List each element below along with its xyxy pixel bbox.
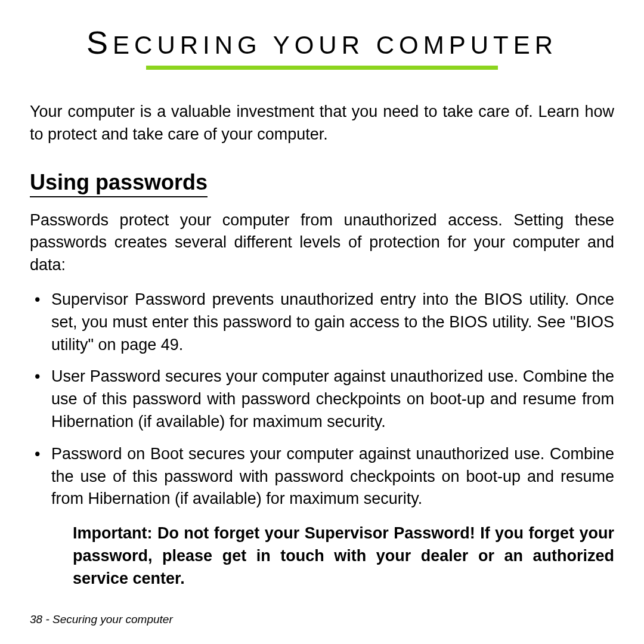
title-underline [146, 66, 498, 70]
page-title-wrap: SECURING YOUR COMPUTER [30, 24, 614, 70]
title-first-letter: S [86, 24, 113, 60]
important-note: Important: Do not forget your Supervisor… [30, 522, 614, 590]
list-item: Supervisor Password prevents unauthorize… [51, 289, 614, 356]
list-item: Password on Boot secures your computer a… [51, 443, 614, 510]
page-title: SECURING YOUR COMPUTER [86, 24, 558, 61]
list-item: User Password secures your computer agai… [51, 366, 614, 433]
intro-paragraph: Your computer is a valuable investment t… [30, 101, 614, 146]
page-footer: 38 - Securing your computer [30, 613, 173, 626]
bullet-list: Supervisor Password prevents unauthorize… [30, 289, 614, 510]
section-heading-passwords: Using passwords [30, 170, 208, 197]
section-intro-paragraph: Passwords protect your computer from una… [30, 209, 614, 277]
title-rest: ECURING YOUR COMPUTER [113, 31, 558, 59]
